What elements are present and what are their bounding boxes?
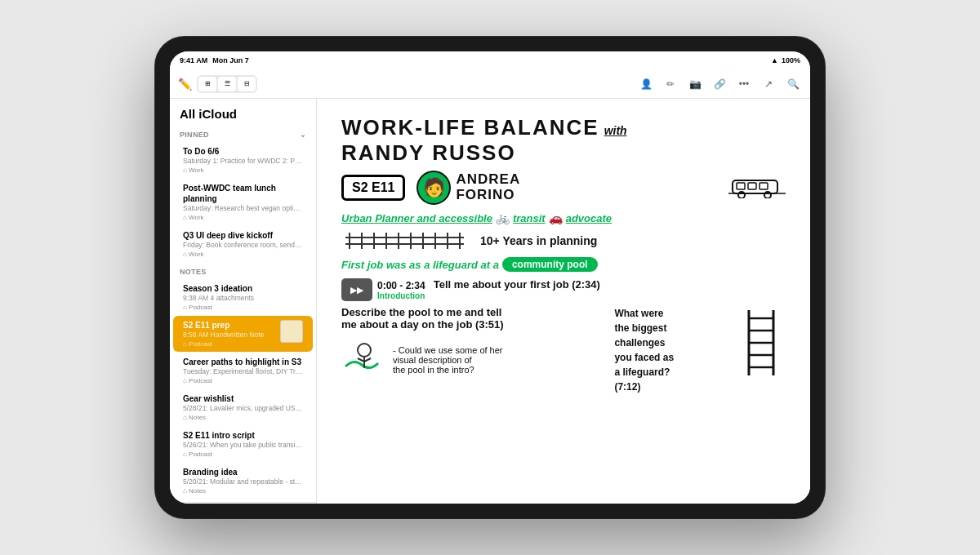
note-branding-idea[interactable]: Branding idea 5/20/21: Modular and repea… [173, 463, 313, 499]
sidebar-title: All iCloud [170, 99, 316, 126]
notes-count: 83 Notes [170, 502, 316, 504]
first-job-text: First job was as a lifeguard at a [341, 259, 499, 271]
community-pool-badge: community pool [502, 257, 598, 272]
bio-text: Urban Planner and accessible [341, 212, 492, 224]
battery-text: 100% [782, 56, 800, 64]
svg-line-22 [364, 358, 371, 362]
sidebar: All iCloud Pinned ⌄ To Do 6/6 Saturday 1… [170, 99, 317, 504]
chevron-icon: ⌄ [300, 131, 306, 139]
toolbar: ✏️ ⊞ ☰ ⊟ 👤 ✏ 📷 🔗 ••• ↗ 🔍 [170, 69, 810, 99]
canvas-title-with: with [604, 124, 627, 137]
timestamp-info: 0:00 - 2:34 Introduction [377, 280, 425, 300]
left-column: Describe the pool to me and tell me abou… [341, 306, 598, 394]
car-icon: 🚗 [549, 211, 563, 224]
host-name: ANDREA FORINO [456, 172, 520, 202]
bike-icon: 🚲 [496, 211, 510, 224]
ipad-device: 9:41 AM Mon Jun 7 ▲ 100% ✏️ ⊞ ☰ ⊟ 👤 ✏ 📷 … [155, 37, 825, 518]
svg-rect-2 [748, 183, 756, 189]
note-s2e11-prep[interactable]: S2 E11 prep 8:58 AM Handwritten Note ⌂ P… [173, 316, 313, 352]
main-content: All iCloud Pinned ⌄ To Do 6/6 Saturday 1… [170, 99, 810, 504]
wifi-icon: ▲ [771, 56, 778, 64]
note-gear-wishlist[interactable]: Gear wishlist 5/28/21: Lavalier mics, up… [173, 389, 313, 425]
svg-rect-1 [737, 183, 745, 189]
ladder-illustration [737, 306, 786, 380]
right-column: What were the biggest challenges you fac… [614, 306, 786, 394]
fence-scribble [341, 229, 472, 252]
ipad-screen: 9:41 AM Mon Jun 7 ▲ 100% ✏️ ⊞ ☰ ⊟ 👤 ✏ 📷 … [170, 51, 810, 504]
years-text: 10+ Years in planning [480, 234, 597, 247]
describe-text-1: Describe the pool to me and tell [341, 306, 598, 318]
note-season3-ideation[interactable]: Season 3 ideation 9:38 AM 4 attachments … [173, 279, 313, 315]
avatar-illustration: 🧑 [416, 171, 451, 205]
tell-me-text: Tell me about your first job (2:34) [434, 278, 600, 291]
pool-illustration [341, 334, 386, 375]
episode-badge: S2 E11 [341, 175, 405, 201]
compose-icon[interactable]: ✏️ [178, 78, 192, 91]
note-career-paths[interactable]: Career paths to highlight in S3 Tuesday:… [173, 353, 313, 388]
svg-line-21 [358, 358, 364, 362]
status-left: 9:41 AM Mon Jun 7 [180, 56, 249, 64]
search-icon[interactable]: 🔍 [784, 75, 802, 93]
pinned-section-header: Pinned ⌄ [170, 126, 316, 141]
pencil-tool-icon[interactable]: ✏ [662, 75, 679, 93]
person-icon[interactable]: 👤 [637, 75, 655, 93]
status-time: 9:41 AM [180, 56, 207, 64]
link-icon[interactable]: 🔗 [710, 75, 728, 93]
notes-section-header: Notes [170, 263, 316, 278]
view-btn-3[interactable]: ⊟ [238, 77, 256, 91]
svg-rect-3 [760, 183, 768, 189]
pinned-note-3[interactable]: Q3 UI deep dive kickoff Friday: Book con… [173, 226, 313, 262]
canvas-content: WORK-LIFE BALANCE with RANDY RUSSO S2 E1… [317, 99, 810, 504]
pinned-note-2[interactable]: Post-WWDC team lunch planning Saturday: … [173, 179, 313, 225]
status-date: Mon Jun 7 [212, 56, 249, 64]
view-toggle-group: ⊞ ☰ ⊟ [197, 75, 257, 93]
status-right: ▲ 100% [771, 56, 800, 64]
note-canvas: WORK-LIFE BALANCE with RANDY RUSSO S2 E1… [317, 99, 810, 504]
describe-text-2: me about a day on the job (3:51) [341, 318, 598, 331]
view-btn-2[interactable]: ☰ [218, 77, 236, 91]
bio-transit: transit [513, 212, 546, 224]
svg-point-19 [358, 344, 371, 357]
train-illustration [728, 174, 786, 202]
note-s2e11-intro[interactable]: S2 E11 intro script 5/26/21: When you ta… [173, 426, 313, 462]
canvas-title-name: RANDY RUSSO [341, 140, 516, 166]
note-thumb [280, 320, 303, 343]
more-icon[interactable]: ••• [735, 75, 753, 93]
canvas-title-main: WORK-LIFE BALANCE [341, 115, 599, 140]
toolbar-right-icons: 👤 ✏ 📷 🔗 ••• ↗ 🔍 [637, 75, 802, 93]
pinned-note-1[interactable]: To Do 6/6 Saturday 1: Practice for WWDC … [173, 142, 313, 178]
play-button[interactable]: ▶▶ [341, 278, 372, 301]
share-icon[interactable]: ↗ [760, 75, 777, 93]
visual-desc: - Could we use some of her visual descri… [393, 345, 503, 375]
bio-advocate: advocate [566, 212, 612, 224]
status-bar: 9:41 AM Mon Jun 7 ▲ 100% [170, 51, 810, 69]
camera-icon[interactable]: 📷 [686, 75, 704, 93]
planning-illustration-row: 10+ Years in planning [341, 229, 786, 252]
view-btn-1[interactable]: ⊞ [198, 77, 216, 91]
